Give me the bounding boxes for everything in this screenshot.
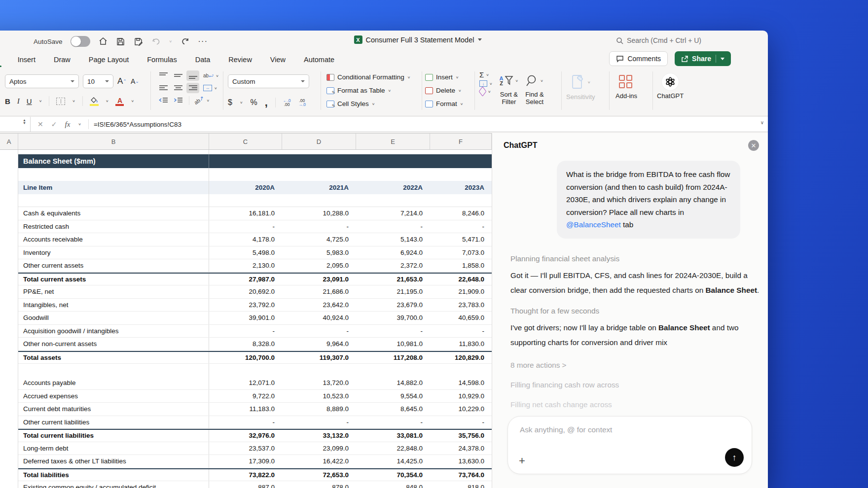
name-box[interactable]: ▲▼ — [0, 117, 31, 132]
fx-chevron-icon[interactable]: ∨ — [78, 123, 81, 126]
ribbon-tab-data[interactable]: Data — [194, 54, 212, 65]
sheet-header-row[interactable]: Line Item2020A2021A2022A2023A — [0, 181, 492, 194]
ribbon-tab-view[interactable]: View — [269, 54, 287, 65]
sheet-row[interactable]: Acquisition goodwill / intangibles---- — [0, 325, 492, 338]
save-as-icon[interactable] — [134, 36, 144, 46]
sheet-row[interactable]: Other non-current assets8,328.09,964.010… — [0, 338, 492, 351]
sheet-row[interactable]: Accounts payable12,071.013,720.014,882.0… — [0, 377, 492, 390]
orientation-chevron-icon[interactable]: ∨ — [206, 99, 210, 102]
wrap-text-icon[interactable]: ab⮐ — [203, 73, 214, 78]
fill-color-chevron-icon[interactable]: ∨ — [106, 100, 109, 103]
column-headers[interactable]: ABCDEF — [0, 133, 492, 150]
ribbon-tab-review[interactable]: Review — [227, 54, 253, 65]
font-color-chevron-icon[interactable]: ∨ — [131, 100, 134, 103]
font-name-select[interactable]: Aptos — [5, 74, 79, 88]
align-right-icon[interactable] — [186, 83, 199, 93]
cell-styles-button[interactable]: ✎Cell Styles∨ — [326, 98, 410, 109]
sheet-row[interactable]: Goodwill39,901.040,924.039,700.040,659.0 — [0, 312, 492, 325]
sheet-row[interactable]: Long-term debt23,537.023,099.022,848.024… — [0, 442, 492, 455]
formula-input[interactable]: =IS!E6/365*Assumptions!C83 — [89, 121, 181, 128]
sheet-row[interactable]: Existing common equity / accumulated def… — [0, 481, 492, 488]
fill-down-icon[interactable]: ↓ — [479, 80, 487, 87]
send-button[interactable]: ↑ — [725, 448, 744, 467]
increase-font-icon[interactable]: A⌃ — [117, 74, 127, 88]
ribbon-tab-insert[interactable]: Insert — [17, 54, 36, 65]
fill-color-icon[interactable] — [90, 96, 99, 106]
balance-sheet-mention[interactable]: @BalanceSheet — [566, 220, 621, 229]
underline-chevron-icon[interactable]: ∨ — [39, 100, 42, 103]
insert-cells-button[interactable]: Insert∨ — [425, 71, 463, 83]
column-header-F[interactable]: F — [430, 134, 492, 149]
merge-center-icon[interactable]: ↔ — [203, 85, 212, 91]
comma-format-icon[interactable]: , — [265, 96, 268, 109]
increase-decimal-icon[interactable]: ←.0.00 — [283, 99, 291, 106]
sheet-row[interactable]: PP&E, net20,692.021,686.021,195.021,909.… — [0, 285, 492, 299]
column-header-A[interactable]: A — [0, 134, 18, 149]
insert-function-icon[interactable]: fx — [65, 120, 70, 129]
align-left-icon[interactable] — [157, 83, 170, 93]
conditional-formatting-button[interactable]: Conditional Formatting∨ — [326, 71, 410, 83]
merge-chevron-icon[interactable]: ∨ — [214, 86, 217, 90]
save-icon[interactable] — [116, 36, 126, 46]
column-header-C[interactable]: C — [209, 134, 282, 149]
redo-icon[interactable] — [180, 36, 190, 46]
column-header-D[interactable]: D — [282, 134, 356, 149]
sheet-row[interactable]: Intangibles, net23,792.023,642.023,679.0… — [0, 299, 492, 312]
home-icon[interactable] — [98, 36, 108, 46]
share-button[interactable]: Share — [675, 51, 731, 66]
panel-close-button[interactable]: ✕ — [748, 140, 759, 151]
ribbon-tab-home[interactable]: Home — [0, 54, 0, 65]
font-size-select[interactable]: 10 — [83, 74, 113, 88]
sheet-row[interactable]: Total current assets27,987.023,091.021,6… — [0, 273, 492, 286]
align-center-icon[interactable] — [172, 83, 184, 93]
number-format-select[interactable]: Custom — [228, 74, 309, 88]
title-chevron-icon[interactable] — [477, 38, 481, 41]
format-cells-button[interactable]: Format∨ — [425, 98, 463, 109]
column-header-E[interactable]: E — [356, 134, 430, 149]
formula-bar-expand-icon[interactable]: ∨ — [760, 120, 764, 125]
attach-button[interactable]: + — [519, 456, 525, 466]
addins-button[interactable]: Add-ins — [615, 72, 637, 100]
autosum-icon[interactable]: Σ — [479, 70, 484, 79]
sheet-row[interactable] — [0, 168, 492, 181]
align-middle-icon[interactable] — [172, 70, 184, 81]
orientation-icon[interactable]: ab↗ — [193, 95, 205, 106]
align-bottom-icon[interactable] — [186, 70, 199, 81]
ribbon-tab-automate[interactable]: Automate — [303, 54, 335, 65]
sheet-row[interactable]: Current debt maturities11,183.08,889.08,… — [0, 403, 492, 416]
currency-format-icon[interactable]: $ — [228, 98, 232, 107]
sheet-row[interactable]: Total liabilities73,822.072,653.070,354.… — [0, 468, 492, 482]
borders-chevron-icon[interactable]: ∨ — [72, 100, 75, 103]
formula-cancel-icon[interactable]: ✕ — [37, 120, 43, 128]
sheet-row[interactable]: Accrued expenses9,722.010,523.09,554.010… — [0, 390, 492, 403]
delete-cells-button[interactable]: Delete∨ — [425, 85, 463, 96]
sheet-row[interactable]: Restricted cash---- — [0, 220, 492, 234]
bold-button[interactable]: B — [5, 97, 10, 105]
comments-button[interactable]: Comments — [609, 51, 668, 66]
clear-icon[interactable] — [479, 86, 487, 97]
italic-button[interactable]: I — [17, 97, 20, 105]
ribbon-tab-formulas[interactable]: Formulas — [146, 54, 178, 65]
decrease-decimal-icon[interactable]: .00→.0 — [298, 99, 306, 106]
sheet-row[interactable]: Inventory5,498.05,983.06,924.07,073.0 — [0, 246, 492, 260]
chat-input[interactable]: Ask anything, @ for context + ↑ — [507, 416, 752, 474]
decrease-font-icon[interactable]: A⌄ — [131, 74, 139, 88]
sheet-row[interactable] — [0, 364, 492, 377]
ribbon-tab-page-layout[interactable]: Page Layout — [88, 54, 130, 65]
sheet-row[interactable]: Total current liabilities32,976.033,132.… — [0, 429, 492, 442]
undo-chevron-icon[interactable]: ∨ — [169, 40, 173, 43]
currency-chevron-icon[interactable]: ∨ — [240, 101, 243, 105]
format-as-table-button[interactable]: ✎Format as Table∨ — [326, 85, 410, 96]
name-box-spinner[interactable]: ▲▼ — [23, 119, 26, 125]
sheet-title-row[interactable]: Balance Sheet ($mm) — [0, 154, 492, 168]
more-commands-icon[interactable]: ··· — [198, 36, 208, 46]
autosave-toggle[interactable] — [71, 36, 90, 47]
sheet-row[interactable]: Cash & equivalents16,181.010,288.07,214.… — [0, 207, 492, 220]
undo-icon[interactable] — [151, 36, 161, 46]
formula-accept-icon[interactable]: ✓ — [51, 120, 57, 128]
font-color-icon[interactable]: A — [115, 96, 124, 106]
sheet-row[interactable]: Other current liabilities---- — [0, 416, 492, 429]
find-select-button[interactable]: ∨ Find &Select — [525, 70, 544, 106]
search-field[interactable]: Search (Cmd + Ctrl + U) — [616, 36, 701, 44]
column-header-B[interactable]: B — [18, 134, 209, 149]
